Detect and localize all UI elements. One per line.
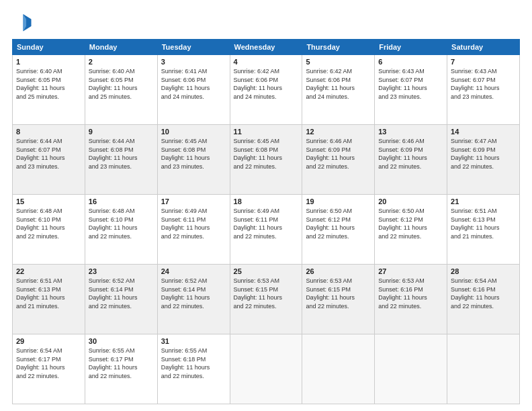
day-number: 17 — [161, 197, 226, 205]
day-number: 13 — [378, 128, 443, 136]
day-info: Sunrise: 6:52 AM Sunset: 6:14 PM Dayligh… — [161, 277, 226, 310]
day-number: 30 — [89, 337, 154, 345]
col-header-friday: Friday — [375, 40, 447, 55]
day-info: Sunrise: 6:42 AM Sunset: 6:06 PM Dayligh… — [306, 67, 371, 101]
page: SundayMondayTuesdayWednesdayThursdayFrid… — [0, 0, 532, 411]
day-info: Sunrise: 6:42 AM Sunset: 6:06 PM Dayligh… — [234, 67, 299, 101]
day-number: 5 — [306, 58, 371, 66]
empty-cell — [230, 334, 302, 404]
day-cell-28: 28Sunrise: 6:54 AM Sunset: 6:16 PM Dayli… — [447, 265, 520, 334]
day-cell-9: 9Sunrise: 6:44 AM Sunset: 6:08 PM Daylig… — [85, 125, 157, 195]
week-row-1: 1Sunrise: 6:40 AM Sunset: 6:05 PM Daylig… — [13, 55, 520, 125]
day-cell-19: 19Sunrise: 6:50 AM Sunset: 6:12 PM Dayli… — [302, 195, 375, 265]
day-number: 28 — [451, 267, 516, 275]
day-number: 18 — [234, 197, 299, 205]
day-info: Sunrise: 6:44 AM Sunset: 6:07 PM Dayligh… — [16, 137, 81, 171]
day-info: Sunrise: 6:53 AM Sunset: 6:16 PM Dayligh… — [378, 277, 443, 310]
day-cell-24: 24Sunrise: 6:52 AM Sunset: 6:14 PM Dayli… — [157, 265, 230, 334]
day-cell-8: 8Sunrise: 6:44 AM Sunset: 6:07 PM Daylig… — [13, 125, 85, 195]
day-info: Sunrise: 6:49 AM Sunset: 6:11 PM Dayligh… — [161, 207, 226, 240]
week-row-3: 15Sunrise: 6:48 AM Sunset: 6:10 PM Dayli… — [13, 195, 520, 265]
day-info: Sunrise: 6:52 AM Sunset: 6:14 PM Dayligh… — [89, 277, 154, 310]
day-info: Sunrise: 6:54 AM Sunset: 6:16 PM Dayligh… — [451, 277, 516, 310]
day-number: 16 — [89, 197, 154, 205]
col-header-wednesday: Wednesday — [230, 40, 302, 55]
day-info: Sunrise: 6:47 AM Sunset: 6:09 PM Dayligh… — [451, 137, 516, 171]
col-header-monday: Monday — [85, 40, 157, 55]
day-info: Sunrise: 6:46 AM Sunset: 6:09 PM Dayligh… — [378, 137, 443, 171]
day-number: 22 — [16, 267, 81, 275]
day-number: 29 — [16, 337, 81, 345]
calendar-table: SundayMondayTuesdayWednesdayThursdayFrid… — [12, 39, 520, 404]
day-cell-22: 22Sunrise: 6:51 AM Sunset: 6:13 PM Dayli… — [13, 265, 85, 334]
empty-cell — [375, 334, 447, 404]
day-info: Sunrise: 6:40 AM Sunset: 6:05 PM Dayligh… — [89, 67, 154, 101]
week-row-5: 29Sunrise: 6:54 AM Sunset: 6:17 PM Dayli… — [13, 334, 520, 404]
day-info: Sunrise: 6:45 AM Sunset: 6:08 PM Dayligh… — [161, 137, 226, 171]
day-header-row: SundayMondayTuesdayWednesdayThursdayFrid… — [13, 40, 520, 55]
day-cell-17: 17Sunrise: 6:49 AM Sunset: 6:11 PM Dayli… — [157, 195, 230, 265]
day-info: Sunrise: 6:49 AM Sunset: 6:11 PM Dayligh… — [234, 207, 299, 240]
day-number: 11 — [234, 128, 299, 136]
logo-icon — [12, 12, 32, 32]
empty-cell — [447, 334, 520, 404]
day-info: Sunrise: 6:55 AM Sunset: 6:17 PM Dayligh… — [89, 347, 154, 380]
day-info: Sunrise: 6:51 AM Sunset: 6:13 PM Dayligh… — [16, 277, 81, 310]
day-cell-5: 5Sunrise: 6:42 AM Sunset: 6:06 PM Daylig… — [302, 55, 375, 125]
day-cell-20: 20Sunrise: 6:50 AM Sunset: 6:12 PM Dayli… — [375, 195, 447, 265]
day-cell-27: 27Sunrise: 6:53 AM Sunset: 6:16 PM Dayli… — [375, 265, 447, 334]
day-number: 6 — [378, 58, 443, 66]
day-cell-2: 2Sunrise: 6:40 AM Sunset: 6:05 PM Daylig… — [85, 55, 157, 125]
day-cell-29: 29Sunrise: 6:54 AM Sunset: 6:17 PM Dayli… — [13, 334, 85, 404]
day-number: 27 — [378, 267, 443, 275]
day-info: Sunrise: 6:55 AM Sunset: 6:18 PM Dayligh… — [161, 347, 226, 380]
day-cell-30: 30Sunrise: 6:55 AM Sunset: 6:17 PM Dayli… — [85, 334, 157, 404]
logo — [12, 12, 35, 32]
day-cell-15: 15Sunrise: 6:48 AM Sunset: 6:10 PM Dayli… — [13, 195, 85, 265]
day-number: 10 — [161, 128, 226, 136]
col-header-thursday: Thursday — [302, 40, 375, 55]
day-number: 19 — [306, 197, 371, 205]
day-info: Sunrise: 6:43 AM Sunset: 6:07 PM Dayligh… — [451, 67, 516, 101]
col-header-saturday: Saturday — [447, 40, 520, 55]
day-number: 25 — [234, 267, 299, 275]
day-cell-3: 3Sunrise: 6:41 AM Sunset: 6:06 PM Daylig… — [157, 55, 230, 125]
day-info: Sunrise: 6:48 AM Sunset: 6:10 PM Dayligh… — [16, 207, 81, 240]
day-cell-23: 23Sunrise: 6:52 AM Sunset: 6:14 PM Dayli… — [85, 265, 157, 334]
day-number: 21 — [451, 197, 516, 205]
day-number: 15 — [16, 197, 81, 205]
day-info: Sunrise: 6:50 AM Sunset: 6:12 PM Dayligh… — [306, 207, 371, 240]
day-cell-10: 10Sunrise: 6:45 AM Sunset: 6:08 PM Dayli… — [157, 125, 230, 195]
day-cell-7: 7Sunrise: 6:43 AM Sunset: 6:07 PM Daylig… — [447, 55, 520, 125]
col-header-sunday: Sunday — [13, 40, 85, 55]
day-info: Sunrise: 6:43 AM Sunset: 6:07 PM Dayligh… — [378, 67, 443, 101]
day-cell-14: 14Sunrise: 6:47 AM Sunset: 6:09 PM Dayli… — [447, 125, 520, 195]
day-number: 7 — [451, 58, 516, 66]
day-info: Sunrise: 6:53 AM Sunset: 6:15 PM Dayligh… — [306, 277, 371, 310]
day-cell-1: 1Sunrise: 6:40 AM Sunset: 6:05 PM Daylig… — [13, 55, 85, 125]
day-info: Sunrise: 6:45 AM Sunset: 6:08 PM Dayligh… — [234, 137, 299, 171]
day-info: Sunrise: 6:44 AM Sunset: 6:08 PM Dayligh… — [89, 137, 154, 171]
day-info: Sunrise: 6:51 AM Sunset: 6:13 PM Dayligh… — [451, 207, 516, 240]
day-info: Sunrise: 6:41 AM Sunset: 6:06 PM Dayligh… — [161, 67, 226, 101]
day-number: 9 — [89, 128, 154, 136]
day-number: 26 — [306, 267, 371, 275]
day-cell-26: 26Sunrise: 6:53 AM Sunset: 6:15 PM Dayli… — [302, 265, 375, 334]
day-number: 12 — [306, 128, 371, 136]
day-cell-6: 6Sunrise: 6:43 AM Sunset: 6:07 PM Daylig… — [375, 55, 447, 125]
day-number: 31 — [161, 337, 226, 345]
week-row-4: 22Sunrise: 6:51 AM Sunset: 6:13 PM Dayli… — [13, 265, 520, 334]
day-info: Sunrise: 6:50 AM Sunset: 6:12 PM Dayligh… — [378, 207, 443, 240]
day-cell-11: 11Sunrise: 6:45 AM Sunset: 6:08 PM Dayli… — [230, 125, 302, 195]
day-info: Sunrise: 6:53 AM Sunset: 6:15 PM Dayligh… — [234, 277, 299, 310]
day-cell-12: 12Sunrise: 6:46 AM Sunset: 6:09 PM Dayli… — [302, 125, 375, 195]
day-number: 20 — [378, 197, 443, 205]
day-info: Sunrise: 6:54 AM Sunset: 6:17 PM Dayligh… — [16, 347, 81, 380]
day-number: 23 — [89, 267, 154, 275]
day-number: 4 — [234, 58, 299, 66]
day-number: 1 — [16, 58, 81, 66]
day-number: 2 — [89, 58, 154, 66]
day-info: Sunrise: 6:46 AM Sunset: 6:09 PM Dayligh… — [306, 137, 371, 171]
week-row-2: 8Sunrise: 6:44 AM Sunset: 6:07 PM Daylig… — [13, 125, 520, 195]
day-cell-25: 25Sunrise: 6:53 AM Sunset: 6:15 PM Dayli… — [230, 265, 302, 334]
